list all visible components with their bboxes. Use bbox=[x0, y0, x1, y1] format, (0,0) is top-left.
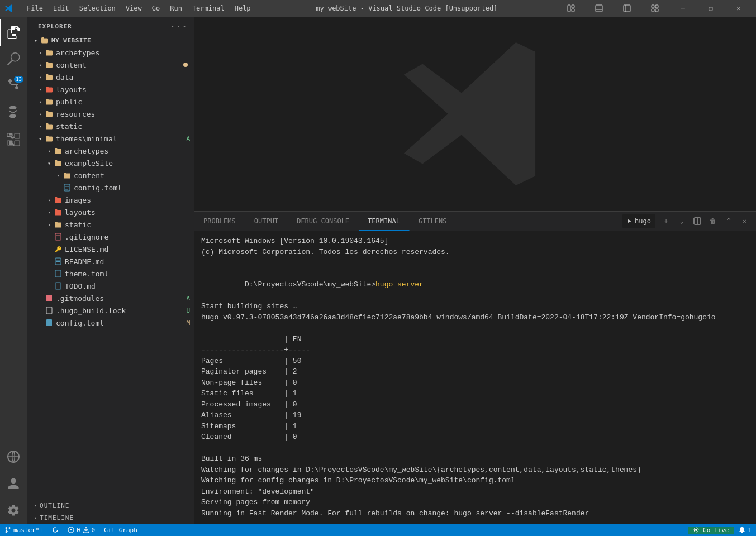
menu-file[interactable]: File bbox=[22, 3, 47, 13]
status-branch[interactable]: master*+ bbox=[0, 524, 47, 536]
menu-terminal[interactable]: Terminal bbox=[188, 3, 229, 13]
terminal-line-2: (c) Microsoft Corporation. Todos los der… bbox=[201, 247, 749, 258]
terminal-line-6: hugo v0.97.3-078053a43d746a26aa3d48cf1ec… bbox=[201, 312, 749, 323]
examplesite-content[interactable]: › content bbox=[27, 169, 194, 181]
images-folder-icon bbox=[54, 195, 63, 204]
menu-go[interactable]: Go bbox=[148, 3, 164, 13]
terminal-fast: Running in Fast Render Mode. For full re… bbox=[201, 508, 749, 519]
data-folder-icon bbox=[45, 73, 54, 82]
explorer-title: Explorer bbox=[38, 23, 72, 30]
status-gitgraph[interactable]: Git Graph bbox=[99, 524, 142, 536]
golive-icon bbox=[693, 527, 699, 533]
folder-public[interactable]: › public bbox=[27, 95, 194, 108]
timeline-section[interactable]: › TIMELINE bbox=[27, 511, 194, 524]
resources-arrow: › bbox=[36, 111, 45, 117]
explorer-icon[interactable] bbox=[0, 19, 27, 46]
folder-archetypes[interactable]: › archetypes bbox=[27, 46, 194, 59]
svg-rect-25 bbox=[46, 307, 52, 314]
remote-icon[interactable] bbox=[0, 443, 27, 470]
status-sync[interactable] bbox=[47, 524, 63, 536]
terminal-line-3 bbox=[201, 257, 749, 269]
menu-view[interactable]: View bbox=[121, 3, 146, 13]
settings-icon[interactable] bbox=[0, 497, 27, 524]
terminal-command: hugo server bbox=[375, 280, 424, 289]
kill-terminal-btn[interactable]: 🗑 bbox=[706, 214, 720, 228]
file-config-toml[interactable]: › config.toml M bbox=[27, 317, 194, 329]
file-themetoml[interactable]: › theme.toml bbox=[27, 267, 194, 280]
svg-point-31 bbox=[9, 527, 11, 529]
tab-gitlens[interactable]: GITLENS bbox=[410, 212, 457, 231]
terminal-row-aliases: Aliases | 19 bbox=[201, 410, 749, 421]
terminal-dropdown-btn[interactable]: ⌄ bbox=[674, 214, 689, 228]
outline-arrow: › bbox=[34, 502, 37, 509]
tab-output[interactable]: OUTPUT bbox=[245, 212, 288, 231]
menu-edit[interactable]: Edit bbox=[49, 3, 74, 13]
data-arrow: › bbox=[36, 74, 45, 80]
license-icon: 🔑 bbox=[54, 245, 63, 253]
themes-static[interactable]: › static bbox=[27, 218, 194, 231]
menu-selection[interactable]: Selection bbox=[75, 3, 120, 13]
search-icon[interactable] bbox=[0, 46, 27, 73]
new-terminal-btn[interactable]: + bbox=[659, 214, 673, 228]
maximize-panel-btn[interactable]: ^ bbox=[721, 214, 736, 228]
status-errors[interactable]: 0 0 bbox=[63, 524, 99, 536]
status-notifications[interactable]: 1 bbox=[734, 527, 756, 534]
tab-terminal[interactable]: TERMINAL bbox=[359, 212, 410, 231]
folder-resources[interactable]: › resources bbox=[27, 108, 194, 120]
file-gitignore[interactable]: › .gitignore bbox=[27, 231, 194, 243]
outline-section[interactable]: › OUTLINE bbox=[27, 499, 194, 511]
minimize-button[interactable]: ─ bbox=[670, 0, 696, 17]
file-hugo-build[interactable]: › .hugo_build.lock U bbox=[27, 304, 194, 317]
root-folder[interactable]: ▾ MY_WEBSITE bbox=[27, 34, 194, 46]
folder-layouts[interactable]: › layouts bbox=[27, 83, 194, 95]
folder-images[interactable]: › images bbox=[27, 194, 194, 206]
source-control-icon[interactable]: 13 bbox=[0, 73, 27, 99]
golive-label: Go Live bbox=[703, 527, 729, 534]
terminal-output[interactable]: Microsoft Windows [Versión 10.0.19043.16… bbox=[194, 231, 756, 524]
title-bar: File Edit Selection View Go Run Terminal… bbox=[0, 0, 756, 17]
menu-run[interactable]: Run bbox=[165, 3, 187, 13]
tab-problems[interactable]: PROBLEMS bbox=[194, 212, 245, 231]
examplesite-arrow: ▾ bbox=[45, 160, 54, 166]
panel-icon[interactable] bbox=[586, 0, 612, 17]
themes-folder-icon bbox=[45, 134, 54, 143]
folder-data[interactable]: › data bbox=[27, 71, 194, 83]
run-icon[interactable] bbox=[0, 99, 27, 126]
config-toml-label: config.toml bbox=[56, 319, 184, 327]
tab-debug-console[interactable]: DEBUG CONSOLE bbox=[288, 212, 359, 231]
examplesite-config[interactable]: › config.toml bbox=[27, 181, 194, 194]
explorer-more[interactable]: ··· bbox=[170, 21, 188, 32]
file-gitmodules[interactable]: › .gitmodules A bbox=[27, 292, 194, 304]
folder-content[interactable]: › content bbox=[27, 59, 194, 71]
themes-layouts[interactable]: › layouts bbox=[27, 206, 194, 218]
main-container: 13 Explorer ··· ▾ bbox=[0, 17, 756, 524]
folder-static[interactable]: › static bbox=[27, 120, 194, 132]
restore-button[interactable]: ❐ bbox=[698, 0, 724, 17]
grid-icon[interactable] bbox=[642, 0, 668, 17]
source-control-badge: 13 bbox=[14, 76, 23, 83]
content-arrow: › bbox=[36, 62, 45, 68]
file-tree: ▾ MY_WEBSITE › archetypes › c bbox=[27, 34, 194, 499]
account-icon[interactable] bbox=[0, 470, 27, 497]
svg-rect-7 bbox=[652, 5, 654, 8]
close-button[interactable]: ✕ bbox=[726, 0, 752, 17]
terminal-name-tag[interactable]: hugo bbox=[622, 214, 655, 228]
layout-icon[interactable] bbox=[558, 0, 584, 17]
split-terminal-btn[interactable] bbox=[690, 214, 705, 228]
file-license[interactable]: › 🔑 LICENSE.md bbox=[27, 243, 194, 255]
svg-rect-23 bbox=[55, 283, 61, 289]
themes-archetypes[interactable]: › archetypes bbox=[27, 145, 194, 157]
go-live-button[interactable]: Go Live bbox=[688, 527, 734, 534]
folder-themes-minimal[interactable]: ▾ themes\minimal A bbox=[27, 132, 194, 145]
sidebar-icon[interactable] bbox=[614, 0, 640, 17]
folder-examplesite[interactable]: ▾ exampleSite bbox=[27, 157, 194, 169]
terminal-web: Web Server is available at http://localh… bbox=[201, 519, 749, 524]
t-layouts-arrow: › bbox=[45, 209, 54, 216]
terminal-row-paginator: Paginator pages | 2 bbox=[201, 366, 749, 377]
close-panel-btn[interactable]: ✕ bbox=[737, 214, 752, 228]
svg-rect-10 bbox=[655, 9, 658, 12]
file-todo[interactable]: › TODO.md bbox=[27, 280, 194, 292]
menu-help[interactable]: Help bbox=[230, 3, 255, 13]
file-readme[interactable]: › README.md bbox=[27, 255, 194, 267]
extensions-icon[interactable] bbox=[0, 126, 27, 153]
